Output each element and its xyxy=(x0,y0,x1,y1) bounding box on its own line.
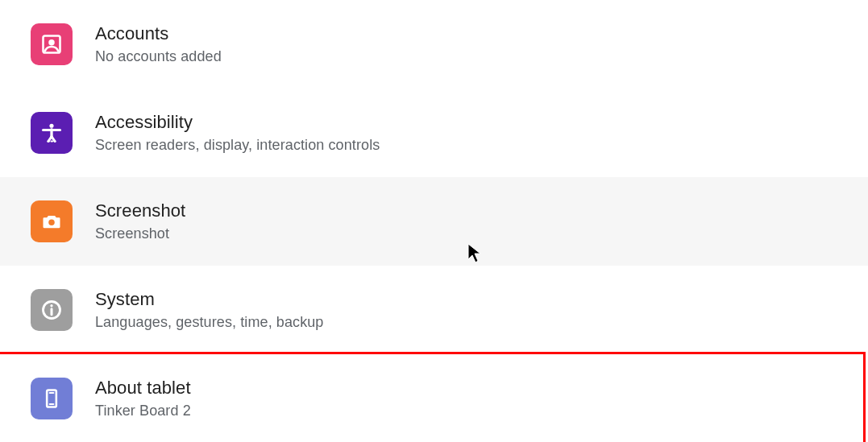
settings-item-text: Accessibility Screen readers, display, i… xyxy=(95,111,380,155)
system-icon-tile xyxy=(31,289,73,331)
accounts-icon-tile xyxy=(31,23,73,65)
accessibility-icon xyxy=(40,122,63,144)
screenshot-icon-tile xyxy=(31,200,73,242)
settings-item-sub: Screenshot xyxy=(95,225,185,243)
svg-point-4 xyxy=(48,219,54,225)
about-icon-tile xyxy=(31,378,73,419)
settings-item-sub: No accounts added xyxy=(95,48,222,66)
info-icon xyxy=(40,299,63,321)
settings-item-accessibility[interactable]: Accessibility Screen readers, display, i… xyxy=(0,89,868,177)
svg-point-7 xyxy=(50,304,52,307)
accounts-icon xyxy=(40,33,63,56)
settings-list: Accounts No accounts added Accessibility… xyxy=(0,0,868,442)
settings-item-title: Accessibility xyxy=(95,111,380,134)
settings-item-sub: Tinker Board 2 xyxy=(95,402,191,420)
settings-item-sub: Screen readers, display, interaction con… xyxy=(95,136,380,155)
settings-item-title: About tablet xyxy=(95,377,191,400)
settings-item-screenshot[interactable]: Screenshot Screenshot xyxy=(0,177,868,266)
settings-item-title: Screenshot xyxy=(95,200,185,223)
accessibility-icon-tile xyxy=(31,112,73,154)
settings-item-sub: Languages, gestures, time, backup xyxy=(95,313,323,332)
settings-item-system[interactable]: System Languages, gestures, time, backup xyxy=(0,266,868,354)
settings-item-text: Accounts No accounts added xyxy=(95,23,222,66)
settings-item-title: System xyxy=(95,288,323,312)
settings-item-text: Screenshot Screenshot xyxy=(95,200,185,243)
svg-point-1 xyxy=(48,39,54,45)
settings-item-text: System Languages, gestures, time, backup xyxy=(95,288,323,332)
tablet-icon xyxy=(40,387,63,410)
settings-item-text: About tablet Tinker Board 2 xyxy=(95,377,191,420)
svg-point-2 xyxy=(49,124,53,128)
settings-item-title: Accounts xyxy=(95,23,222,46)
settings-item-about-tablet[interactable]: About tablet Tinker Board 2 xyxy=(0,352,866,442)
camera-icon xyxy=(40,210,63,233)
settings-item-accounts[interactable]: Accounts No accounts added xyxy=(0,0,868,89)
